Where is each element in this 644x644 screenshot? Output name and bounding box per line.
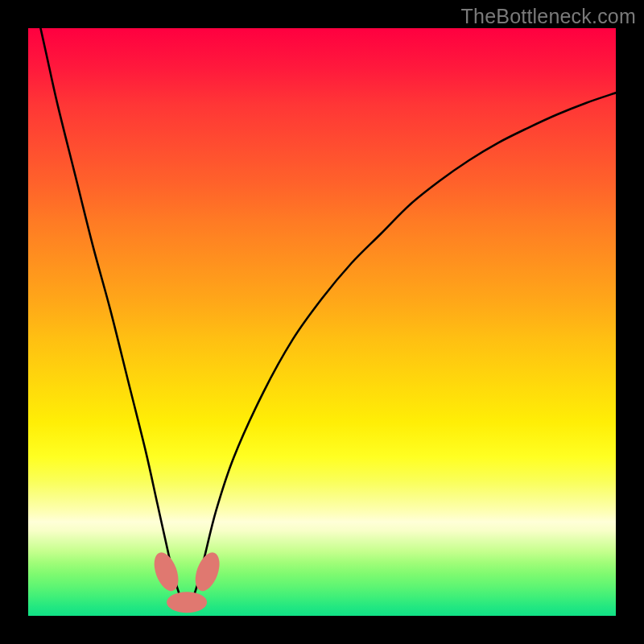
chart-frame: TheBottleneck.com xyxy=(0,0,644,644)
bottleneck-curve xyxy=(34,28,616,604)
plot-area xyxy=(28,28,616,616)
bottom-marker xyxy=(167,592,207,613)
curve-layer xyxy=(28,28,616,616)
watermark-text: TheBottleneck.com xyxy=(461,5,636,28)
markers-group xyxy=(150,549,225,613)
